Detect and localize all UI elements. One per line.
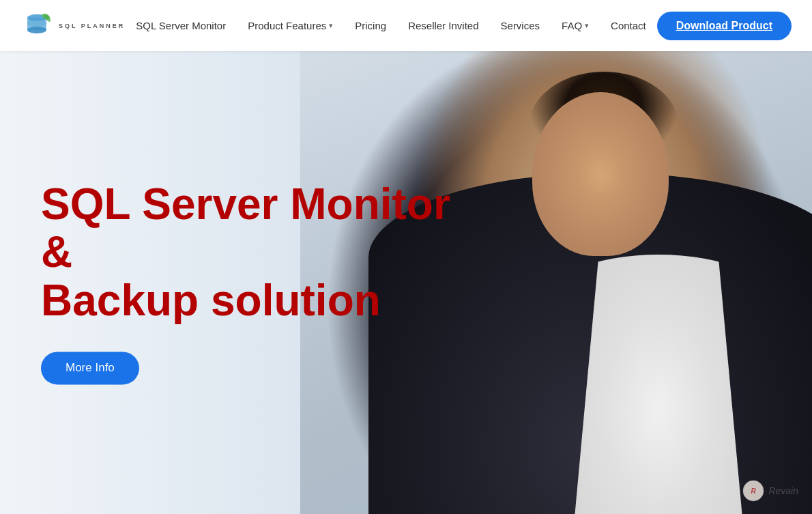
hero-heading: SQL Server Monitor & Backup solution bbox=[41, 180, 450, 324]
more-info-button[interactable]: More Info bbox=[41, 352, 139, 385]
nav-link-contact[interactable]: Contact bbox=[601, 14, 656, 37]
nav-link-product-features[interactable]: Product Features ▾ bbox=[238, 14, 343, 37]
nav-item-services: Services bbox=[491, 14, 550, 37]
nav-link-pricing[interactable]: Pricing bbox=[345, 14, 396, 37]
nav-links: SQL Server Monitor Product Features ▾ Pr… bbox=[126, 14, 656, 37]
logo-text: SQL PLANNER bbox=[59, 21, 125, 31]
nav-item-sql-server-monitor: SQL Server Monitor bbox=[126, 14, 235, 37]
revain-logo-icon: R bbox=[742, 480, 764, 502]
hero-content: SQL Server Monitor & Backup solution Mor… bbox=[41, 180, 450, 384]
logo-icon bbox=[20, 10, 53, 42]
svg-point-2 bbox=[27, 27, 46, 33]
nav-item-faq: FAQ ▾ bbox=[552, 14, 598, 37]
logo-link[interactable]: SQL PLANNER bbox=[20, 10, 125, 42]
hero-face bbox=[532, 92, 669, 256]
nav-item-reseller-invited: Reseller Invited bbox=[398, 14, 488, 37]
navbar: SQL PLANNER SQL Server Monitor Product F… bbox=[0, 0, 812, 51]
nav-item-product-features: Product Features ▾ bbox=[238, 14, 343, 37]
hero-section: SQL Server Monitor & Backup solution Mor… bbox=[0, 51, 812, 514]
svg-text:R: R bbox=[751, 487, 757, 495]
chevron-down-icon: ▾ bbox=[329, 21, 333, 30]
watermark: R Revain bbox=[742, 480, 798, 502]
nav-item-contact: Contact bbox=[601, 14, 656, 37]
nav-link-sql-server-monitor[interactable]: SQL Server Monitor bbox=[126, 14, 235, 37]
nav-link-faq[interactable]: FAQ ▾ bbox=[552, 14, 598, 37]
download-product-button[interactable]: Download Product bbox=[657, 12, 792, 40]
chevron-down-icon: ▾ bbox=[585, 21, 589, 30]
nav-link-services[interactable]: Services bbox=[491, 14, 550, 37]
nav-link-reseller-invited[interactable]: Reseller Invited bbox=[398, 14, 488, 37]
svg-point-3 bbox=[27, 20, 46, 27]
nav-item-pricing: Pricing bbox=[345, 14, 396, 37]
watermark-label: Revain bbox=[768, 485, 798, 496]
